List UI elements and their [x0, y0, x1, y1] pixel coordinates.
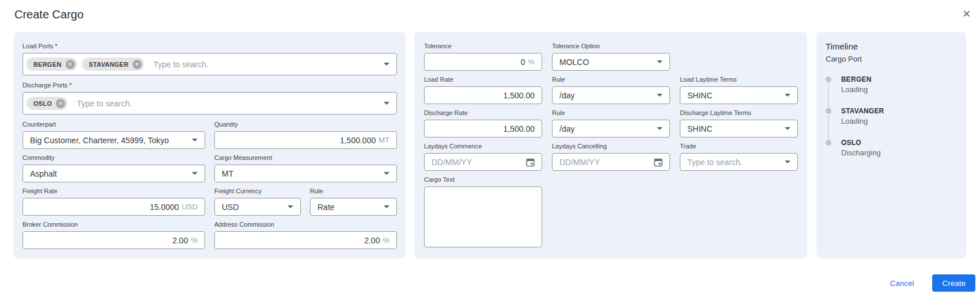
remove-chip-icon[interactable]: ✕ — [66, 60, 75, 69]
address-commission-input[interactable]: 2.00 % — [214, 231, 397, 249]
freight-rule-label: Rule — [310, 188, 397, 195]
counterpart-field: Counterpart Big Customer, Charterer, 459… — [22, 121, 205, 149]
remove-chip-icon[interactable]: ✕ — [133, 60, 142, 69]
timeline-title: Timeline — [826, 41, 957, 51]
remove-chip-icon[interactable]: ✕ — [56, 99, 65, 108]
broker-commission-input[interactable]: 2.00 % — [22, 231, 205, 249]
cargo-text-label: Cargo Text — [424, 176, 542, 184]
cargo-measurement-select[interactable]: MT — [214, 165, 397, 182]
address-commission-field: Address Commission 2.00 % — [214, 221, 397, 249]
cargo-measurement-value: MT — [222, 169, 233, 178]
chevron-down-icon — [785, 161, 790, 163]
timeline-item: OSLO Discharging — [826, 139, 957, 170]
discharge-rule-field: Rule /day — [552, 109, 670, 137]
quantity-label: Quantity — [214, 121, 397, 128]
broker-commission-field: Broker Commission 2.00 % — [22, 221, 205, 249]
discharge-laytime-terms-label: Discharge Laytime Terms — [680, 109, 798, 117]
calendar-icon[interactable] — [526, 158, 535, 167]
chevron-down-icon — [657, 127, 663, 130]
discharge-ports-row: Discharge Ports * OSLO ✕ Type to search. — [22, 82, 397, 114]
discharge-rate-input[interactable]: 1,500.00 — [424, 120, 542, 137]
laydays-commence-label: Laydays Commence — [424, 143, 542, 150]
discharge-rule-select[interactable]: /day — [552, 120, 670, 137]
chip-label: STAVANGER — [89, 61, 128, 68]
port-chip-bergen[interactable]: BERGEN ✕ — [27, 58, 77, 71]
discharge-rate-value: 1,500.00 — [504, 124, 535, 133]
timeline-dot-icon — [826, 77, 831, 82]
timeline-list: BERGEN Loading STAVANGER Loading OSLO Di… — [826, 75, 957, 170]
load-rule-select[interactable]: /day — [552, 86, 670, 104]
chevron-down-icon — [384, 63, 389, 66]
rates-laydays-panel: Tolerance 0 % Tolerance Option MOLCO Loa… — [414, 32, 807, 258]
laydays-cancelling-label: Laydays Cancelling — [552, 143, 670, 150]
laydays-cancelling-placeholder: DD/MM/YY — [559, 158, 600, 167]
load-laytime-terms-select[interactable]: SHINC — [680, 86, 798, 104]
commodity-select[interactable]: Asphalt — [22, 165, 205, 182]
chevron-down-icon — [657, 60, 663, 63]
timeline-activity: Loading — [841, 85, 957, 94]
tolerance-option-select[interactable]: MOLCO — [552, 53, 670, 71]
laydays-cancelling-input[interactable]: DD/MM/YY — [552, 153, 670, 171]
cargo-measurement-field: Cargo Measurement MT — [214, 154, 397, 182]
timeline-port: BERGEN — [841, 75, 957, 83]
quantity-value: 1,500.000 — [340, 136, 376, 145]
freight-rate-unit: USD — [182, 203, 198, 211]
tolerance-unit: % — [528, 58, 535, 66]
chevron-down-icon — [192, 139, 198, 142]
load-laytime-terms-value: SHINC — [687, 91, 713, 100]
laydays-commence-input[interactable]: DD/MM/YY — [424, 153, 542, 171]
load-ports-placeholder: Type to search. — [153, 60, 209, 69]
cargo-text-field: Cargo Text — [424, 176, 542, 250]
load-ports-row: Load Ports * BERGEN ✕ STAVANGER ✕ Type t… — [22, 43, 397, 75]
cargo-text-input[interactable] — [424, 186, 542, 247]
discharge-rule-label: Rule — [552, 109, 670, 117]
laydays-commence-placeholder: DD/MM/YY — [432, 158, 472, 167]
discharge-rate-label: Discharge Rate — [424, 109, 542, 117]
close-icon[interactable]: ✕ — [963, 8, 971, 21]
timeline-subtitle: Cargo Port — [826, 55, 957, 63]
timeline-activity: Loading — [841, 117, 957, 125]
cancel-button[interactable]: Cancel — [886, 278, 917, 288]
port-chip-oslo[interactable]: OSLO ✕ — [27, 97, 67, 110]
broker-commission-unit: % — [191, 236, 198, 244]
broker-commission-value: 2.00 — [172, 236, 188, 245]
cargo-measurement-label: Cargo Measurement — [214, 154, 397, 162]
load-rate-label: Load Rate — [424, 76, 542, 83]
calendar-icon[interactable] — [654, 158, 663, 167]
counterpart-select[interactable]: Big Customer, Charterer, 45999, Tokyo — [22, 131, 205, 149]
timeline-item: STAVANGER Loading — [826, 107, 957, 139]
quantity-input[interactable]: 1,500.000 MT — [214, 131, 397, 149]
freight-rule-field: Rule Rate — [310, 188, 397, 216]
trade-select[interactable]: Type to search. — [680, 153, 798, 171]
cargo-details-panel: Load Ports * BERGEN ✕ STAVANGER ✕ Type t… — [14, 32, 406, 258]
discharge-laytime-terms-field: Discharge Laytime Terms SHINC — [680, 109, 798, 137]
freight-rate-label: Freight Rate — [22, 188, 205, 195]
timeline-dot-icon — [826, 140, 831, 146]
load-laytime-terms-field: Load Laytime Terms SHINC — [680, 76, 798, 104]
discharge-laytime-terms-select[interactable]: SHINC — [680, 120, 798, 137]
freight-rule-select[interactable]: Rate — [310, 198, 397, 216]
freight-rule-value: Rate — [317, 203, 335, 212]
freight-rate-input[interactable]: 15.0000 USD — [22, 198, 205, 216]
timeline-item: BERGEN Loading — [826, 75, 957, 107]
chevron-down-icon — [785, 94, 790, 97]
timeline-dot-icon — [826, 108, 831, 114]
load-rate-input[interactable]: 1,500.00 — [424, 86, 542, 104]
create-button[interactable]: Create — [932, 274, 975, 292]
load-rule-label: Rule — [552, 76, 670, 83]
page-title: Create Cargo — [14, 8, 84, 21]
discharge-ports-input[interactable]: OSLO ✕ Type to search. — [22, 92, 397, 114]
tolerance-input[interactable]: 0 % — [424, 53, 542, 71]
chevron-down-icon — [384, 102, 389, 105]
commodity-field: Commodity Asphalt — [22, 154, 205, 182]
counterpart-value: Big Customer, Charterer, 45999, Tokyo — [30, 136, 169, 145]
port-chip-stavanger[interactable]: STAVANGER ✕ — [82, 58, 144, 71]
trade-placeholder: Type to search. — [687, 158, 743, 167]
freight-rate-value: 15.0000 — [150, 203, 179, 212]
chip-label: BERGEN — [33, 61, 62, 68]
load-ports-input[interactable]: BERGEN ✕ STAVANGER ✕ Type to search. — [22, 53, 397, 75]
tolerance-option-field: Tolerance Option MOLCO — [552, 43, 670, 71]
commodity-value: Asphalt — [30, 169, 57, 178]
freight-currency-select[interactable]: USD — [214, 198, 301, 216]
chevron-down-icon — [785, 127, 790, 130]
